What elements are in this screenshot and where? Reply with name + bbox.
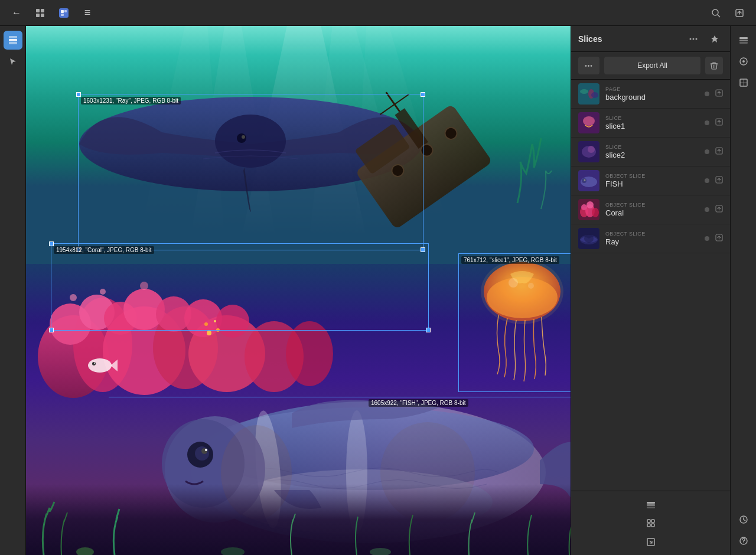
svg-point-108	[584, 234, 594, 243]
back-icon: ←	[12, 8, 21, 18]
layers-tool-icon	[8, 35, 18, 45]
panel-properties-button[interactable]	[643, 515, 659, 531]
panel-properties-icon	[646, 518, 656, 528]
svg-point-97	[584, 179, 586, 181]
svg-point-51	[216, 328, 220, 332]
slice-export-icon-ray[interactable]	[715, 234, 723, 243]
history-icon	[739, 515, 748, 524]
svg-rect-114	[651, 520, 654, 523]
share-button[interactable]	[730, 4, 749, 22]
svg-point-21	[237, 133, 246, 143]
far-right-resize-button[interactable]	[734, 73, 753, 92]
slice-thumb-coral	[578, 199, 599, 220]
canvas-area[interactable]: 1603x1231, "Ray", JPEG, RGB 8-bit 1954x8…	[26, 26, 571, 555]
slice-visibility-dot-background[interactable]	[705, 92, 709, 96]
slices-pin-icon	[711, 35, 719, 43]
svg-rect-3	[41, 14, 44, 17]
panel-layers-button[interactable]	[643, 496, 659, 512]
svg-rect-11	[9, 39, 17, 41]
svg-rect-112	[647, 507, 655, 508]
slice-item-slice1[interactable]: Slice slice1	[571, 109, 730, 138]
slice-type-coral: Object Slice	[605, 202, 699, 208]
svg-point-74	[76, 547, 94, 555]
slice-item-ray[interactable]: Object Slice Ray	[571, 224, 730, 253]
slice-visibility-dot-slice2[interactable]	[705, 149, 709, 154]
slices-list: Page background	[571, 80, 730, 491]
svg-marker-71	[110, 360, 118, 371]
logo-icon	[58, 7, 70, 19]
slice-name-coral: Coral	[605, 208, 699, 217]
svg-point-48	[207, 331, 211, 335]
more-options-button[interactable]: •••	[578, 57, 599, 74]
slices-panel-title: Slices	[578, 34, 680, 44]
menu-button[interactable]: ≡	[78, 4, 97, 22]
svg-point-75	[221, 547, 245, 555]
grid-icon	[35, 8, 45, 18]
slice-visibility-dot-coral[interactable]	[705, 207, 709, 212]
svg-point-20	[215, 115, 286, 168]
svg-rect-119	[739, 40, 748, 41]
delete-slice-button[interactable]	[705, 57, 723, 74]
far-right-layers-icon	[739, 35, 748, 45]
svg-rect-1	[41, 9, 44, 12]
svg-rect-0	[36, 9, 40, 12]
slice-item-background[interactable]: Page background	[571, 80, 730, 109]
svg-point-103	[581, 204, 587, 210]
pointer-tool-button[interactable]	[4, 52, 22, 71]
svg-point-76	[370, 548, 391, 555]
slice-type-slice2: Slice	[605, 144, 699, 150]
panel-resize-button[interactable]	[643, 534, 659, 550]
slice-name-slice2: slice2	[605, 151, 699, 159]
search-icon	[711, 8, 721, 18]
slices-panel: Slices ••• Export All	[571, 26, 730, 555]
far-right-layers-button[interactable]	[734, 31, 753, 50]
slice-type-fish: Object Slice	[605, 173, 699, 179]
slice-visibility-dot-ray[interactable]	[705, 236, 709, 241]
slice-export-icon-background[interactable]	[715, 89, 723, 99]
back-button[interactable]: ←	[7, 4, 26, 22]
svg-rect-13	[9, 42, 17, 44]
svg-point-50	[214, 320, 216, 322]
svg-rect-4	[59, 8, 69, 18]
slice-visibility-dot-slice1[interactable]	[705, 120, 709, 125]
slice-item-coral[interactable]: Object Slice Coral	[571, 195, 730, 224]
svg-point-44	[216, 305, 249, 338]
svg-point-102	[592, 208, 599, 217]
svg-point-22	[242, 135, 245, 139]
slices-pin-button[interactable]	[706, 31, 723, 47]
slice-info-slice2: Slice slice2	[605, 144, 699, 159]
slice-export-icon-slice2[interactable]	[715, 147, 723, 156]
svg-rect-5	[61, 10, 64, 13]
layers-tool-button[interactable]	[4, 31, 22, 50]
svg-point-43	[184, 299, 222, 337]
svg-rect-116	[651, 524, 654, 527]
slice-info-fish: Object Slice FISH	[605, 173, 699, 188]
logo-button[interactable]	[54, 4, 73, 22]
slice-thumb-fish	[578, 170, 599, 191]
svg-point-55	[509, 278, 518, 288]
grid-button[interactable]	[31, 4, 50, 22]
search-button[interactable]	[706, 4, 725, 22]
slice-thumb-ray	[578, 228, 599, 249]
slice-export-icon-coral[interactable]	[715, 205, 723, 214]
svg-rect-7	[64, 10, 67, 12]
delete-icon	[710, 61, 718, 70]
export-bar: ••• Export All	[571, 52, 730, 80]
slices-menu-button[interactable]	[685, 31, 702, 47]
slice-item-slice2[interactable]: Slice slice2	[571, 138, 730, 166]
svg-point-88	[583, 116, 595, 126]
help-button[interactable]	[734, 531, 753, 550]
svg-point-56	[528, 283, 534, 289]
svg-point-83	[580, 89, 588, 94]
slice-visibility-dot-fish[interactable]	[705, 178, 709, 183]
history-button[interactable]	[734, 510, 753, 529]
far-right-panel	[730, 26, 756, 555]
slice-export-icon-fish[interactable]	[715, 176, 723, 185]
slice-item-fish[interactable]: Object Slice FISH	[571, 166, 730, 195]
far-right-properties-button[interactable]	[734, 52, 753, 71]
export-all-button[interactable]: Export All	[604, 57, 700, 74]
svg-point-47	[140, 282, 148, 290]
svg-point-70	[88, 358, 112, 373]
slice-thumb-background	[578, 83, 599, 105]
slice-export-icon-slice1[interactable]	[715, 118, 723, 128]
